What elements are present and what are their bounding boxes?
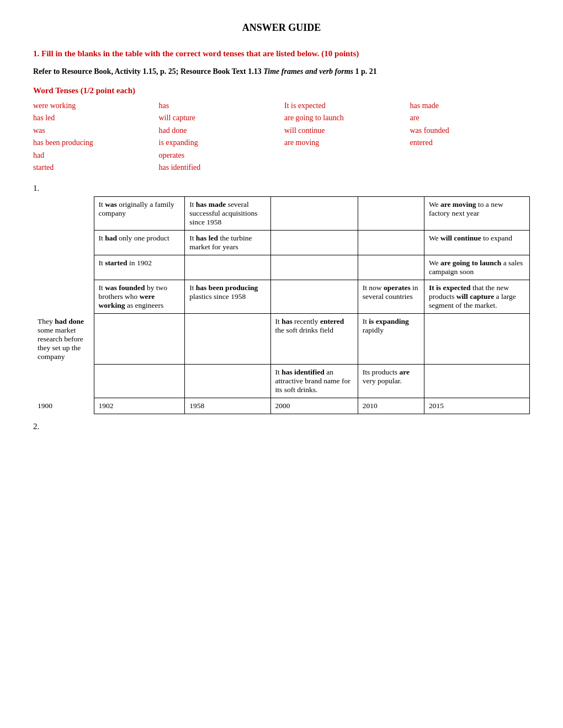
table-cell bbox=[185, 255, 270, 280]
reference-italic: Time frames and verb forms bbox=[263, 67, 353, 76]
table-cell: It has made several successful acquisiti… bbox=[185, 197, 270, 231]
word-item: operates bbox=[159, 149, 279, 162]
word-col-2: has will capture had done is expanding o… bbox=[159, 100, 279, 174]
question1-heading: 1. Fill in the blanks in the table with … bbox=[33, 49, 530, 58]
word-col-4: has made are was founded entered bbox=[410, 100, 530, 174]
word-tenses-heading: Word Tenses (1/2 point each) bbox=[33, 86, 530, 95]
table-cell bbox=[424, 365, 529, 398]
table-cell: It was founded by two brothers who were … bbox=[94, 280, 185, 314]
word-item: has bbox=[159, 100, 279, 112]
table-cell bbox=[270, 197, 358, 231]
section-1-label: 1. bbox=[33, 184, 530, 193]
table-cell bbox=[358, 197, 424, 231]
table-cell: We are going to launch a sales campaign … bbox=[424, 255, 529, 280]
word-item: were working bbox=[33, 100, 153, 112]
table-cell bbox=[270, 231, 358, 255]
year-cell-2015: 2015 bbox=[424, 398, 529, 414]
table-cell: We are moving to a new factory next year bbox=[424, 197, 529, 231]
reference-text: Refer to Resource Book, Activity 1.15, p… bbox=[33, 67, 530, 76]
year-row: 1900 1902 1958 2000 2010 2015 bbox=[33, 398, 530, 414]
table-cell bbox=[94, 314, 185, 365]
year-cell-1958: 1958 bbox=[185, 398, 270, 414]
outside-left-cell bbox=[33, 231, 94, 255]
word-item: are moving bbox=[284, 137, 405, 149]
word-item: is expanding bbox=[159, 137, 279, 149]
table-cell: It now operates in several countries bbox=[358, 280, 424, 314]
word-col-1: were working has led was has been produc… bbox=[33, 100, 153, 174]
outside-left-cell bbox=[33, 255, 94, 280]
table-cell bbox=[94, 365, 185, 398]
table-cell bbox=[424, 314, 529, 365]
main-title: ANSWER GUIDE bbox=[33, 22, 530, 34]
table-cell bbox=[185, 314, 270, 365]
word-item: has been producing bbox=[33, 137, 153, 149]
table-cell: It has been producing plastics since 195… bbox=[185, 280, 270, 314]
table-cell: It has identified an attractive brand na… bbox=[270, 365, 358, 398]
year-cell-1902: 1902 bbox=[94, 398, 185, 414]
word-item: It is expected bbox=[284, 100, 405, 112]
year-cell-1900: 1900 bbox=[33, 398, 94, 414]
word-item: had bbox=[33, 149, 153, 162]
table-row: It was founded by two brothers who were … bbox=[33, 280, 530, 314]
outside-left-cell bbox=[33, 280, 94, 314]
word-item: will continue bbox=[284, 125, 405, 137]
table-cell bbox=[270, 255, 358, 280]
table-row: It has identified an attractive brand na… bbox=[33, 365, 530, 398]
word-item: has led bbox=[33, 112, 153, 124]
table-cell: We will continue to expand bbox=[424, 231, 529, 255]
word-col-3: It is expected are going to launch will … bbox=[284, 100, 405, 174]
main-table: It was originally a family company It ha… bbox=[33, 196, 530, 414]
table-cell: It is expanding rapidly bbox=[358, 314, 424, 365]
word-list: were working has led was has been produc… bbox=[33, 100, 530, 174]
word-item: was founded bbox=[410, 125, 530, 137]
outside-left-cell bbox=[33, 197, 94, 231]
table-cell: It started in 1902 bbox=[94, 255, 185, 280]
table-cell: It has recently entered the soft drinks … bbox=[270, 314, 358, 365]
word-item: started bbox=[33, 162, 153, 174]
table-row: They had done some market research befor… bbox=[33, 314, 530, 365]
word-item: are bbox=[410, 112, 530, 124]
word-item: had done bbox=[159, 125, 279, 137]
table-cell: It is expected that the new products wil… bbox=[424, 280, 529, 314]
table-cell bbox=[358, 231, 424, 255]
year-cell-2010: 2010 bbox=[358, 398, 424, 414]
year-cell-2000: 2000 bbox=[270, 398, 358, 414]
table-cell bbox=[270, 280, 358, 314]
table-cell: Its products are very popular. bbox=[358, 365, 424, 398]
section-2-label: 2. bbox=[33, 422, 530, 431]
word-item: has made bbox=[410, 100, 530, 112]
word-item: entered bbox=[410, 137, 530, 149]
outside-left-cell: They had done some market research befor… bbox=[33, 314, 94, 365]
word-item: has identified bbox=[159, 162, 279, 174]
table-row: It was originally a family company It ha… bbox=[33, 197, 530, 231]
word-item: will capture bbox=[159, 112, 279, 124]
reference-end: 1 p. 21 bbox=[353, 67, 377, 76]
table-cell: It has led the turbine market for years bbox=[185, 231, 270, 255]
table-cell: It had only one product bbox=[94, 231, 185, 255]
table-cell bbox=[185, 365, 270, 398]
table-cell: It was originally a family company bbox=[94, 197, 185, 231]
word-item: was bbox=[33, 125, 153, 137]
table-row: It had only one product It has led the t… bbox=[33, 231, 530, 255]
outside-left-cell bbox=[33, 365, 94, 398]
reference-main: Refer to Resource Book, Activity 1.15, p… bbox=[33, 67, 263, 76]
table-cell bbox=[358, 255, 424, 280]
table-row: It started in 1902 We are going to launc… bbox=[33, 255, 530, 280]
word-item: are going to launch bbox=[284, 112, 405, 124]
